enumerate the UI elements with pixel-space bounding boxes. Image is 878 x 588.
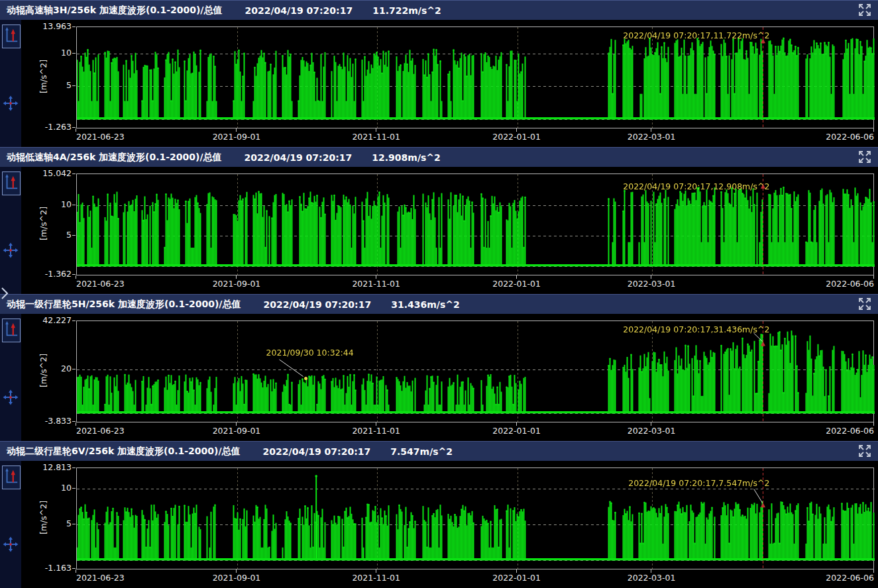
y-tick-label: 10 bbox=[24, 483, 72, 493]
chart-area: [m/s^2] 2022/04/19 07:20:17,31.436m/s^2 … bbox=[21, 314, 878, 441]
x-tick-label: 2022-01-01 bbox=[492, 573, 541, 583]
chart-panel-1: 动辊高速轴3H/256k 加速度波形(0.1-2000)/总值 2022/04/… bbox=[0, 0, 878, 147]
move-icon bbox=[3, 536, 19, 552]
x-tick-label: 2021-09-01 bbox=[213, 279, 261, 289]
plot-area[interactable]: 2022/04/19 07:20:17,11.722m/s^2 bbox=[76, 26, 874, 128]
x-axis: 2021-06-232021-09-012021-11-012022-01-01… bbox=[76, 130, 874, 143]
pan-tool-button[interactable] bbox=[3, 95, 19, 111]
cursor-annotation: 2022/04/19 07:20:17,31.436m/s^2 bbox=[623, 324, 769, 334]
x-tick-label: 2021-06-23 bbox=[76, 426, 125, 436]
y-tick-mark bbox=[72, 26, 76, 27]
expand-button[interactable] bbox=[857, 297, 873, 313]
waveform-canvas[interactable] bbox=[77, 27, 875, 128]
move-icon bbox=[3, 242, 19, 258]
plot-area[interactable]: 2022/04/19 07:20:17,12.908m/s^2 bbox=[76, 173, 874, 275]
y-tick-label: 12.813 bbox=[24, 462, 72, 472]
pan-tool-button[interactable] bbox=[3, 242, 19, 258]
panel-timestamp: 2022/04/19 07:20:17 bbox=[263, 446, 371, 457]
x-tick-label: 2022-03-01 bbox=[628, 132, 676, 142]
chart-area: [m/s^2] 2022/04/19 07:20:17,12.908m/s^2 … bbox=[21, 167, 878, 294]
y-tick-mark bbox=[72, 488, 76, 489]
panel-body: [m/s^2] 2022/04/19 07:20:17,31.436m/s^2 … bbox=[0, 314, 878, 441]
y-tick-mark bbox=[72, 235, 76, 236]
expand-icon bbox=[857, 3, 873, 17]
panel-timestamp: 2022/04/19 07:20:17 bbox=[245, 5, 353, 16]
chevron-right-icon bbox=[1, 287, 9, 300]
panel-body: [m/s^2] 2022/04/19 07:20:17,11.722m/s^2 … bbox=[0, 20, 878, 147]
y-tick-mark bbox=[72, 205, 76, 205]
panel-title: 动辊低速轴4A/256k 加速度波形(0.1-2000)/总值 bbox=[7, 152, 222, 164]
axis-tool-button[interactable] bbox=[2, 318, 21, 342]
y-tick-mark bbox=[72, 568, 76, 569]
y-tick-label: 15.042 bbox=[24, 168, 72, 178]
x-tick-label: 2022-01-01 bbox=[492, 132, 541, 142]
panel-current-value: 12.908m/s^2 bbox=[372, 152, 441, 163]
x-tick-label: 2021-09-01 bbox=[213, 132, 261, 142]
y-tick-mark bbox=[72, 320, 76, 321]
x-axis: 2021-06-232021-09-012021-11-012022-01-01… bbox=[76, 571, 874, 584]
chart-panel-2: 动辊低速轴4A/256k 加速度波形(0.1-2000)/总值 2022/04/… bbox=[0, 147, 878, 294]
chart-panel-4: 动辊二级行星轮6V/256k 加速度波形(0.1-2000)/总值 2022/0… bbox=[0, 441, 878, 588]
move-icon bbox=[3, 95, 19, 111]
x-axis: 2021-06-232021-09-012021-11-012022-01-01… bbox=[76, 424, 874, 437]
plot-area[interactable]: 2022/04/19 07:20:17,31.436m/s^2 2021/09/… bbox=[76, 320, 874, 422]
pan-tool-button[interactable] bbox=[3, 389, 19, 405]
y-tick-label: -1.362 bbox=[24, 269, 72, 279]
x-tick-label: 2021-06-23 bbox=[76, 573, 125, 583]
y-tick-label: -1.263 bbox=[24, 122, 72, 132]
x-tick-label: 2022-06-06 bbox=[826, 426, 874, 436]
x-tick-label: 2021-09-01 bbox=[213, 573, 261, 583]
y-tick-label: 5 bbox=[24, 230, 72, 240]
chart-area: [m/s^2] 2022/04/19 07:20:17,7.547m/s^2 2… bbox=[21, 461, 878, 588]
chart-panel-3: 动辊一级行星轮5H/256k 加速度波形(0.1-2000)/总值 2022/0… bbox=[0, 294, 878, 441]
panel-toolbar bbox=[0, 314, 21, 441]
sidebar-expander-button[interactable] bbox=[0, 287, 9, 301]
x-tick-label: 2021-11-01 bbox=[352, 573, 400, 583]
y-tick-label: 42.227 bbox=[24, 315, 72, 325]
x-tick-label: 2021-09-01 bbox=[213, 426, 261, 436]
expand-button[interactable] bbox=[857, 150, 873, 166]
axis-icon bbox=[3, 26, 19, 46]
chart-area: [m/s^2] 2022/04/19 07:20:17,11.722m/s^2 … bbox=[21, 20, 878, 147]
x-tick-label: 2021-11-01 bbox=[352, 279, 400, 289]
x-tick-label: 2022-06-06 bbox=[826, 132, 874, 142]
y-axis-unit: [m/s^2] bbox=[38, 491, 48, 544]
panel-timestamp: 2022/04/19 07:20:17 bbox=[263, 299, 371, 310]
panel-body: [m/s^2] 2022/04/19 07:20:17,12.908m/s^2 … bbox=[0, 167, 878, 294]
panel-toolbar bbox=[0, 461, 21, 588]
y-tick-mark bbox=[72, 85, 76, 86]
panel-titlebar: 动辊一级行星轮5H/256k 加速度波形(0.1-2000)/总值 2022/0… bbox=[0, 294, 878, 314]
expand-button[interactable] bbox=[857, 444, 873, 460]
panel-current-value: 11.722m/s^2 bbox=[372, 5, 441, 16]
y-tick-label: 10 bbox=[24, 48, 72, 58]
y-tick-label: -1.163 bbox=[24, 563, 72, 573]
panel-toolbar bbox=[0, 167, 21, 294]
y-tick-label: 10 bbox=[24, 199, 72, 209]
axis-tool-button[interactable] bbox=[2, 466, 21, 489]
panel-title: 动辊二级行星轮6V/256k 加速度波形(0.1-2000)/总值 bbox=[7, 446, 241, 458]
panel-title: 动辊高速轴3H/256k 加速度波形(0.1-2000)/总值 bbox=[7, 5, 222, 17]
x-tick-label: 2022-06-06 bbox=[826, 279, 874, 289]
x-tick-label: 2022-03-01 bbox=[628, 279, 676, 289]
y-tick-mark bbox=[72, 274, 76, 275]
expand-button[interactable] bbox=[857, 3, 873, 19]
pan-tool-button[interactable] bbox=[3, 536, 19, 552]
y-tick-mark bbox=[72, 173, 76, 174]
panel-titlebar: 动辊低速轴4A/256k 加速度波形(0.1-2000)/总值 2022/04/… bbox=[0, 147, 878, 167]
y-tick-label: 13.963 bbox=[24, 21, 72, 31]
panel-titlebar: 动辊二级行星轮6V/256k 加速度波形(0.1-2000)/总值 2022/0… bbox=[0, 441, 878, 461]
panel-title: 动辊一级行星轮5H/256k 加速度波形(0.1-2000)/总值 bbox=[7, 299, 241, 311]
y-tick-label: 5 bbox=[24, 518, 72, 528]
plot-area[interactable]: 2022/04/19 07:20:17,7.547m/s^2 bbox=[76, 467, 874, 569]
x-tick-label: 2021-11-01 bbox=[352, 426, 400, 436]
axis-icon bbox=[3, 320, 19, 340]
axis-tool-button[interactable] bbox=[2, 24, 21, 48]
x-tick-label: 2022-03-01 bbox=[628, 573, 676, 583]
y-tick-mark bbox=[72, 127, 76, 128]
axis-tool-button[interactable] bbox=[2, 172, 21, 195]
cursor-annotation: 2022/04/19 07:20:17,7.547m/s^2 bbox=[628, 478, 769, 488]
waveform-canvas[interactable] bbox=[77, 321, 875, 422]
y-tick-mark bbox=[72, 421, 76, 422]
x-tick-label: 2022-06-06 bbox=[826, 573, 874, 583]
axis-icon bbox=[3, 173, 19, 193]
